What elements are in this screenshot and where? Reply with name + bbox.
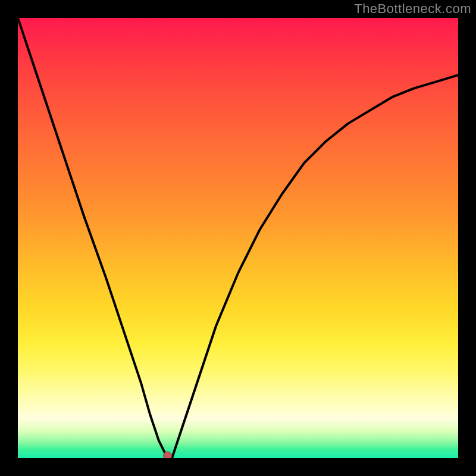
plot-area <box>18 18 458 458</box>
bottleneck-curve <box>18 18 458 458</box>
chart-container: TheBottleneck.com <box>0 0 476 476</box>
curve-svg <box>18 18 458 458</box>
watermark-text: TheBottleneck.com <box>354 1 471 17</box>
minimum-point <box>164 452 172 458</box>
